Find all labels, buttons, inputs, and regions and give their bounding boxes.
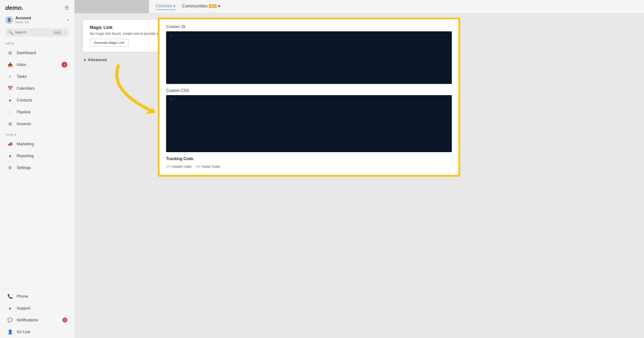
topnav-courses[interactable]: Courses ▾ (156, 3, 175, 10)
topnav-communities-label: Communities (182, 4, 208, 8)
calendar-icon: 📅 (7, 85, 13, 92)
sidebar-item-label: Calendars (17, 86, 67, 91)
sidebar-item-invoices[interactable]: ⊞ Invoices (2, 118, 72, 130)
sidebar-item-golive[interactable]: 👤 Go Live (2, 326, 72, 338)
tracking-tabs: </> Header Code </> Footer Code (166, 163, 452, 170)
sidebar-item-contacts[interactable]: ● Contacts (2, 94, 72, 106)
dashboard-icon: ⊞ (7, 50, 13, 56)
chat-icon: 💬 (7, 317, 13, 323)
pipeline-icon: ⋮ (7, 109, 13, 115)
sidebar-item-label: Pipeline (17, 110, 67, 114)
action-icon: ↑ (64, 30, 66, 35)
phone-icon: 📞 (7, 293, 13, 300)
chevron-icon: ∨ (83, 58, 86, 62)
nav-tools: 📣 Marketing ● Reporting ⚙ Settings (0, 138, 74, 174)
topnav-communities[interactable]: Communities Beta ▾ (182, 4, 220, 10)
generate-magic-link-button[interactable]: Generate Magic Link (90, 39, 128, 46)
sidebar-item-label: Support (17, 306, 67, 310)
line-number: 1 (166, 98, 175, 150)
footer-code-tab[interactable]: </> Footer Code (196, 163, 220, 170)
top-nav: Courses ▾ Communities Beta ▾ (149, 0, 644, 13)
chevron-down-icon: ▾ (218, 4, 220, 9)
sidebar-item-label: Dashboard (17, 51, 67, 55)
sidebar-item-inbox[interactable]: 📥 Inbox 1 (2, 59, 72, 70)
sidebar-item-marketing[interactable]: 📣 Marketing (2, 138, 72, 150)
contacts-icon: ● (7, 97, 13, 103)
apps-section-label: Apps (0, 39, 74, 47)
settings-icon: ⚙ (7, 164, 13, 171)
inbox-badge: 1 (62, 62, 67, 68)
marketing-icon: 📣 (7, 141, 13, 147)
search-bar[interactable]: 🔍 Search ctrl K ↑ (5, 28, 69, 36)
account-section[interactable]: 👤 Account Irvine, CA ▾ (0, 14, 74, 26)
sidebar-item-dashboard[interactable]: ⊞ Dashboard (2, 47, 72, 58)
tools-section-label: Tools (0, 130, 74, 138)
tracking-section: Tracking Code </> Header Code </> Footer… (166, 156, 452, 170)
sidebar-item-label: Invoices (17, 122, 67, 126)
account-name: Account (15, 16, 65, 20)
avatar: 👤 (5, 16, 13, 24)
account-info: Account Irvine, CA (15, 16, 65, 24)
advanced-label: Advanced (88, 58, 107, 62)
sidebar-item-reporting[interactable]: ● Reporting (2, 150, 72, 162)
sidebar-item-notifications[interactable]: 💬 Notifications 10 (2, 314, 72, 326)
sidebar-item-tasks[interactable]: ✓ Tasks (2, 71, 72, 82)
search-label: Search (15, 30, 51, 34)
sidebar-item-settings[interactable]: ⚙ Settings (2, 162, 72, 174)
header-code-tab[interactable]: </> Header Code (166, 163, 191, 170)
highlighted-content-box: Custom JS 1 Custom CSS 1 Tracking Code (158, 18, 460, 177)
sidebar-item-label: Go Live (17, 330, 67, 334)
beta-badge: Beta (209, 4, 217, 8)
hamburger-icon[interactable]: ☰ (65, 5, 69, 11)
topnav-courses-label: Courses (156, 3, 172, 8)
sidebar-item-label: Reporting (17, 154, 67, 158)
app-logo: demo. (5, 4, 23, 12)
chevron-down-icon: ▾ (68, 18, 69, 22)
tasks-icon: ✓ (7, 74, 13, 80)
custom-js-textarea[interactable] (175, 34, 452, 82)
code-icon: </> (166, 165, 170, 168)
sidebar-item-phone[interactable]: 📞 Phone (2, 291, 72, 302)
invoices-icon: ⊞ (7, 121, 13, 127)
sidebar: demo. ☰ 👤 Account Irvine, CA ▾ 🔍 Search … (0, 0, 74, 338)
sidebar-item-support[interactable]: ● Support (2, 302, 72, 314)
sidebar-item-label: Inbox (17, 62, 58, 67)
account-location: Irvine, CA (15, 20, 65, 24)
sidebar-item-label: Contacts (17, 98, 67, 102)
custom-js-editor[interactable]: 1 (166, 31, 452, 84)
sidebar-header: demo. ☰ (0, 0, 74, 14)
sidebar-item-calendars[interactable]: 📅 Calendars (2, 83, 72, 94)
custom-css-textarea[interactable] (175, 98, 452, 150)
user-icon: 👤 (7, 329, 13, 335)
search-icon: 🔍 (8, 30, 13, 35)
sidebar-item-label: Notifications (17, 318, 59, 322)
sidebar-bottom: 📞 Phone ● Support 💬 Notifications 10 👤 G… (0, 288, 74, 338)
custom-css-label: Custom CSS (166, 88, 452, 93)
main-area: Courses ▾ Communities Beta ▾ Magic Link … (74, 0, 644, 338)
custom-css-editor[interactable]: 1 (166, 95, 452, 152)
sidebar-item-label: Tasks (17, 74, 67, 79)
sidebar-item-label: Marketing (17, 142, 67, 146)
tracking-title: Tracking Code (166, 156, 452, 161)
sidebar-item-label: Settings (17, 166, 67, 170)
code-icon: </> (196, 165, 200, 168)
search-shortcut: ctrl K (53, 30, 62, 35)
nav-apps: ⊞ Dashboard 📥 Inbox 1 ✓ Tasks 📅 Calendar… (0, 47, 74, 130)
custom-js-label: Custom JS (166, 24, 452, 29)
line-number: 1 (166, 34, 175, 81)
notifications-badge: 10 (62, 318, 67, 322)
footer-code-label: Footer Code (202, 164, 220, 168)
sidebar-item-label: Phone (17, 294, 67, 299)
reporting-icon: ● (7, 153, 13, 159)
sidebar-item-pipeline[interactable]: ⋮ Pipeline (2, 106, 72, 118)
inbox-icon: 📥 (7, 62, 13, 68)
support-icon: ● (7, 305, 13, 311)
header-code-label: Header Code (172, 164, 191, 168)
chevron-down-icon: ▾ (173, 3, 175, 8)
